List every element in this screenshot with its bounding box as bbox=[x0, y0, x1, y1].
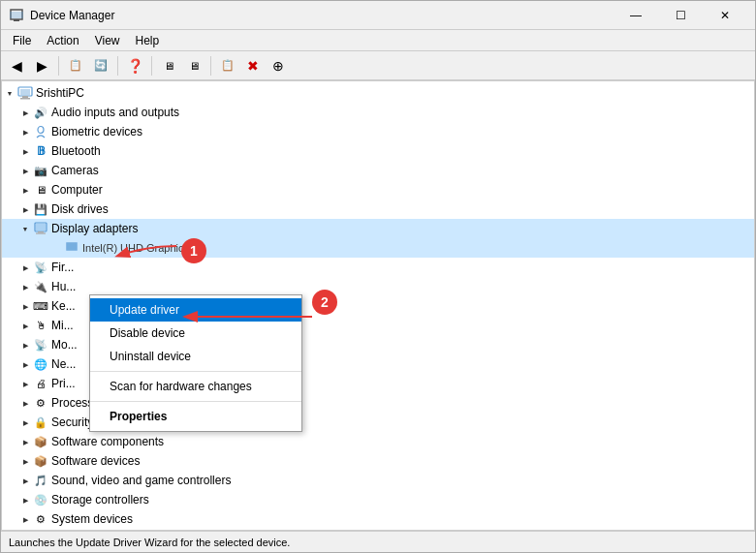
back-button[interactable]: ◀ bbox=[5, 55, 28, 77]
processors-expand-icon[interactable] bbox=[17, 395, 33, 411]
storage-label: Storage controllers bbox=[51, 493, 149, 507]
security-icon bbox=[33, 415, 48, 430]
add-hardware-button[interactable]: 📋 bbox=[216, 55, 239, 77]
window-title: Device Manager bbox=[30, 9, 614, 22]
mi-icon bbox=[33, 318, 48, 333]
toolbar-separator-3 bbox=[151, 56, 152, 76]
svg-rect-9 bbox=[36, 224, 46, 230]
fir-expand-icon[interactable] bbox=[17, 260, 33, 275]
hu-icon bbox=[33, 279, 48, 294]
svg-rect-2 bbox=[10, 12, 23, 18]
tree-item-computer[interactable]: Computer bbox=[2, 180, 754, 200]
audio-label: Audio inputs and outputs bbox=[51, 106, 179, 119]
tree-item-cameras[interactable]: Cameras bbox=[2, 161, 754, 180]
mi-expand-icon[interactable] bbox=[17, 318, 33, 333]
audio-expand-icon[interactable] bbox=[17, 105, 33, 120]
computer-label: Computer bbox=[51, 183, 103, 197]
pri-expand-icon[interactable] bbox=[17, 376, 33, 391]
computer-expand-icon[interactable] bbox=[17, 182, 33, 198]
disk-label: Disk drives bbox=[51, 202, 109, 216]
tree-item-sw-components[interactable]: Software components bbox=[2, 432, 754, 451]
status-text: Launches the Update Driver Wizard for th… bbox=[9, 537, 290, 548]
mo-expand-icon[interactable] bbox=[17, 337, 33, 353]
menu-file[interactable]: File bbox=[5, 32, 39, 49]
tree-item-usb-controllers[interactable]: Universal Serial Bus controllers bbox=[2, 529, 754, 530]
ctx-scan-hardware[interactable]: Scan for hardware changes bbox=[90, 375, 301, 398]
ne-expand-icon[interactable] bbox=[17, 356, 33, 372]
svg-rect-13 bbox=[67, 243, 77, 250]
sound-label: Sound, video and game controllers bbox=[51, 474, 231, 487]
svg-rect-11 bbox=[36, 233, 46, 234]
sw-components-expand-icon[interactable] bbox=[17, 434, 33, 449]
update-driver-button[interactable]: 🔄 bbox=[89, 55, 112, 77]
disk-expand-icon[interactable] bbox=[17, 201, 33, 217]
biometric-label: Biometric devices bbox=[51, 125, 142, 138]
root-expand-icon[interactable] bbox=[2, 85, 17, 101]
hu-expand-icon[interactable] bbox=[17, 279, 33, 294]
fir-icon bbox=[33, 260, 48, 275]
security-expand-icon[interactable] bbox=[17, 415, 33, 430]
ctx-uninstall-device[interactable]: Uninstall device bbox=[90, 345, 301, 368]
tree-item-system[interactable]: System devices bbox=[2, 509, 754, 529]
svg-rect-4 bbox=[20, 89, 30, 95]
root-pc-icon bbox=[17, 85, 33, 101]
svg-rect-5 bbox=[22, 96, 28, 98]
menu-help[interactable]: Help bbox=[128, 32, 168, 49]
tree-item-display[interactable]: Display adapters bbox=[2, 219, 754, 238]
menu-action[interactable]: Action bbox=[39, 32, 86, 49]
pri-label: Pri... bbox=[51, 377, 76, 390]
computer-icon bbox=[33, 182, 48, 198]
biometric-expand-icon[interactable] bbox=[17, 124, 33, 139]
sw-devices-icon bbox=[33, 453, 48, 469]
context-menu: Update driver Disable device Uninstall d… bbox=[89, 294, 302, 432]
cameras-icon bbox=[33, 163, 48, 178]
display-icon bbox=[33, 221, 48, 236]
minimize-button[interactable]: — bbox=[614, 1, 658, 30]
properties-button[interactable]: 📋 bbox=[64, 55, 87, 77]
ke-expand-icon[interactable] bbox=[17, 298, 33, 314]
ne-label: Ne... bbox=[51, 357, 76, 371]
tree-item-storage[interactable]: Storage controllers bbox=[2, 490, 754, 509]
svg-point-7 bbox=[38, 127, 44, 134]
tree-item-fir[interactable]: Fir... bbox=[2, 258, 754, 277]
maximize-button[interactable]: ☐ bbox=[658, 1, 703, 30]
mo-icon bbox=[33, 337, 48, 353]
storage-expand-icon[interactable] bbox=[17, 492, 33, 507]
tree-item-sw-devices[interactable]: Software devices bbox=[2, 451, 754, 471]
tree-item-display-sub[interactable]: Intel(R) UHD Graphics bbox=[2, 238, 754, 258]
tree-item-sound[interactable]: Sound, video and game controllers bbox=[2, 471, 754, 490]
menu-view[interactable]: View bbox=[87, 32, 128, 49]
sw-devices-expand-icon[interactable] bbox=[17, 453, 33, 469]
cameras-expand-icon[interactable] bbox=[17, 163, 33, 178]
ctx-separator-2 bbox=[90, 401, 301, 402]
toolbar-separator-1 bbox=[58, 56, 59, 76]
sw-devices-label: Software devices bbox=[51, 454, 140, 468]
system-icon bbox=[33, 511, 48, 527]
sound-icon bbox=[33, 473, 48, 488]
sw-components-icon bbox=[33, 434, 48, 449]
resource-button[interactable]: ⊕ bbox=[267, 55, 290, 77]
tree-root[interactable]: SrishtiPC bbox=[2, 83, 754, 103]
disable-button[interactable]: ✖ bbox=[241, 55, 265, 77]
tree-item-hu[interactable]: Hu... bbox=[2, 277, 754, 296]
svg-rect-6 bbox=[20, 98, 30, 100]
ke-label: Ke... bbox=[51, 299, 76, 313]
cameras-label: Cameras bbox=[51, 164, 99, 177]
ctx-update-driver[interactable]: Update driver bbox=[90, 298, 301, 322]
display-expand-icon[interactable] bbox=[17, 221, 33, 236]
toolbar-separator-4 bbox=[210, 56, 211, 76]
close-button[interactable]: ✕ bbox=[703, 1, 747, 30]
tree-item-disk[interactable]: Disk drives bbox=[2, 200, 754, 219]
system-expand-icon[interactable] bbox=[17, 511, 33, 527]
bluetooth-expand-icon[interactable] bbox=[17, 143, 33, 159]
tree-item-audio[interactable]: Audio inputs and outputs bbox=[2, 103, 754, 122]
help-button[interactable]: ❓ bbox=[123, 55, 146, 77]
scan-changes-button[interactable]: 🖥 bbox=[157, 55, 180, 77]
tree-item-bluetooth[interactable]: 𝔹 Bluetooth bbox=[2, 141, 754, 161]
forward-button[interactable]: ▶ bbox=[30, 55, 53, 77]
tree-item-biometric[interactable]: Biometric devices bbox=[2, 122, 754, 141]
device-view-button[interactable]: 🖥 bbox=[182, 55, 205, 77]
ctx-properties[interactable]: Properties bbox=[90, 405, 301, 428]
ctx-disable-device[interactable]: Disable device bbox=[90, 322, 301, 345]
sound-expand-icon[interactable] bbox=[17, 473, 33, 488]
